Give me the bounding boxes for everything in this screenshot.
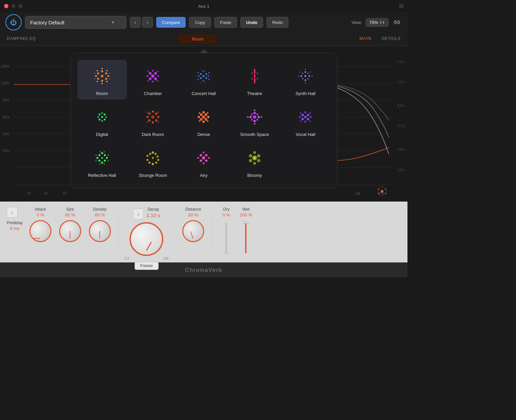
room-item-room[interactable]: Room (77, 60, 127, 99)
room-item-airy[interactable]: Airy (179, 142, 228, 181)
distance-group: Distance 50 % (180, 207, 207, 242)
view-percent-control[interactable]: 75% ⬆⬇ (366, 18, 389, 27)
svg-point-212 (253, 151, 256, 154)
window-expand-button[interactable] (399, 4, 403, 8)
svg-point-200 (205, 154, 208, 157)
room-item-dense[interactable]: Dense (179, 101, 228, 140)
dry-slider-handle[interactable] (224, 253, 229, 254)
size-knob[interactable] (59, 220, 81, 242)
main-area: 200% 100% 80% 60% 40% 20% 20 30 40 10k 2… (0, 46, 407, 202)
svg-point-184 (99, 163, 101, 165)
predelay-note-button[interactable]: ♪ (7, 207, 18, 218)
svg-point-144 (253, 115, 256, 119)
svg-point-131 (202, 115, 205, 119)
svg-point-55 (154, 77, 157, 80)
svg-point-50 (109, 78, 110, 79)
svg-point-53 (154, 72, 157, 75)
wet-slider-handle[interactable] (243, 222, 249, 224)
dry-slider[interactable] (226, 223, 227, 253)
view-section: View: 75% ⬆⬇ (351, 17, 402, 27)
room-item-theatre[interactable]: Theatre (230, 60, 279, 99)
freeze-button[interactable]: Freeze (135, 262, 159, 270)
svg-point-33 (97, 72, 99, 74)
svg-point-202 (205, 160, 208, 162)
distance-label: Distance (185, 207, 201, 212)
room-item-chamber[interactable]: Chamber (128, 60, 178, 99)
room-label-airy: Airy (200, 173, 207, 178)
svg-point-41 (97, 70, 98, 71)
room-item-synth-hall[interactable]: Synth Hall (281, 60, 330, 99)
distance-knob[interactable] (182, 220, 204, 242)
svg-point-93 (256, 78, 258, 80)
svg-text:100%: 100% (1, 81, 9, 85)
paste-button[interactable]: Paste (214, 17, 237, 28)
svg-point-54 (149, 77, 151, 80)
density-knob[interactable] (89, 220, 111, 242)
close-button[interactable] (4, 4, 8, 8)
svg-point-211 (257, 159, 260, 162)
svg-text:20: 20 (27, 192, 31, 195)
svg-point-80 (205, 82, 206, 83)
maximize-button[interactable] (18, 4, 23, 8)
dry-group: Dry 0 % (218, 207, 235, 256)
svg-point-191 (157, 159, 159, 161)
decay-note-button[interactable]: ♪ (133, 209, 144, 219)
attack-knob[interactable] (29, 220, 51, 242)
svg-point-163 (304, 121, 306, 123)
svg-point-188 (152, 151, 154, 154)
svg-text:200%: 200% (1, 65, 9, 68)
tab-main[interactable]: MAIN (359, 36, 372, 42)
svg-rect-113 (101, 112, 103, 114)
svg-point-145 (253, 112, 256, 114)
svg-text:0.2 s: 0.2 s (397, 168, 405, 172)
room-item-dark-room[interactable]: Dark Room (128, 101, 178, 140)
nav-back-button[interactable]: ‹ (130, 17, 141, 28)
tab-damping-eq[interactable]: DAMPING EQ (7, 36, 36, 42)
svg-point-52 (149, 72, 151, 75)
room-item-vocal-hall[interactable]: Vocal Hall (281, 101, 330, 140)
wet-label: Wet (242, 207, 250, 212)
svg-point-121 (148, 119, 151, 122)
svg-point-76 (208, 79, 210, 80)
copy-button[interactable]: Copy (189, 17, 211, 28)
room-item-concert-hall[interactable]: Concert Hall (179, 60, 228, 99)
svg-point-105 (298, 75, 299, 77)
tab-right: MAIN DETAILS (359, 36, 401, 42)
svg-point-108 (310, 72, 311, 73)
room-item-reflective-hall[interactable]: Reflective Hall (77, 142, 127, 181)
svg-point-125 (146, 116, 148, 118)
svg-point-203 (203, 151, 205, 154)
svg-point-56 (152, 70, 154, 72)
tab-details[interactable]: DETAILS (382, 36, 401, 42)
tab-room[interactable]: Room (178, 34, 217, 44)
svg-rect-112 (104, 119, 105, 120)
svg-point-73 (197, 72, 199, 73)
preset-dropdown[interactable]: Factory Default ▾ (25, 16, 126, 29)
compare-button[interactable]: Compare (156, 17, 186, 28)
svg-point-142 (199, 120, 201, 122)
redo-button[interactable]: Redo (266, 17, 288, 28)
svg-point-178 (101, 157, 103, 159)
room-item-digital[interactable]: Digital (77, 101, 127, 140)
svg-point-79 (201, 82, 202, 83)
room-item-bloomy[interactable]: Bloomy (230, 142, 279, 181)
room-item-smooth-space[interactable]: Smooth Space (230, 101, 279, 140)
power-button[interactable]: ⏻ (5, 14, 22, 30)
undo-button[interactable]: Undo (240, 17, 263, 28)
wet-slider[interactable] (245, 223, 247, 253)
minimize-button[interactable] (11, 4, 16, 8)
decay-knob[interactable] (130, 222, 163, 256)
svg-point-199 (200, 154, 202, 157)
link-icon[interactable] (392, 17, 402, 27)
room-item-strange-room[interactable]: Strange Room (128, 142, 178, 181)
svg-point-28 (378, 189, 379, 190)
room-selector: Room Chamber (70, 53, 337, 188)
nav-forward-button[interactable]: › (142, 17, 153, 28)
svg-point-70 (203, 80, 205, 82)
room-label-vocal-hall: Vocal Hall (296, 132, 315, 137)
room-icon-vocal-hall (293, 105, 318, 129)
svg-point-124 (152, 121, 154, 123)
svg-point-58 (146, 75, 148, 77)
svg-point-198 (202, 156, 205, 160)
svg-rect-114 (101, 120, 103, 122)
